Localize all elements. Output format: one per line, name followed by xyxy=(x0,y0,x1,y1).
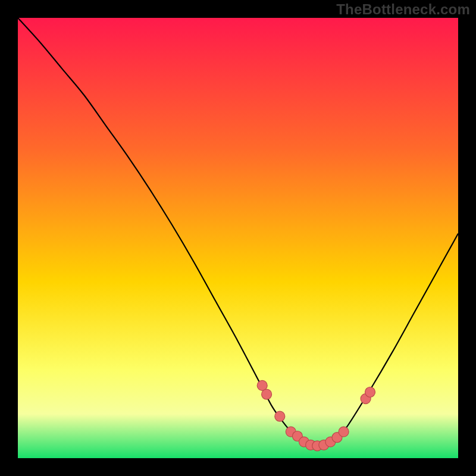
plot-area xyxy=(18,18,458,458)
curve-overlay xyxy=(18,18,458,458)
bottleneck-curve xyxy=(18,18,458,446)
watermark-text: TheBottleneck.com xyxy=(336,1,470,18)
highlight-markers xyxy=(257,380,375,450)
marker-point xyxy=(275,411,285,421)
chart-frame: TheBottleneck.com xyxy=(0,0,476,476)
marker-point xyxy=(262,389,272,399)
marker-point xyxy=(339,427,349,437)
marker-point xyxy=(365,387,375,397)
